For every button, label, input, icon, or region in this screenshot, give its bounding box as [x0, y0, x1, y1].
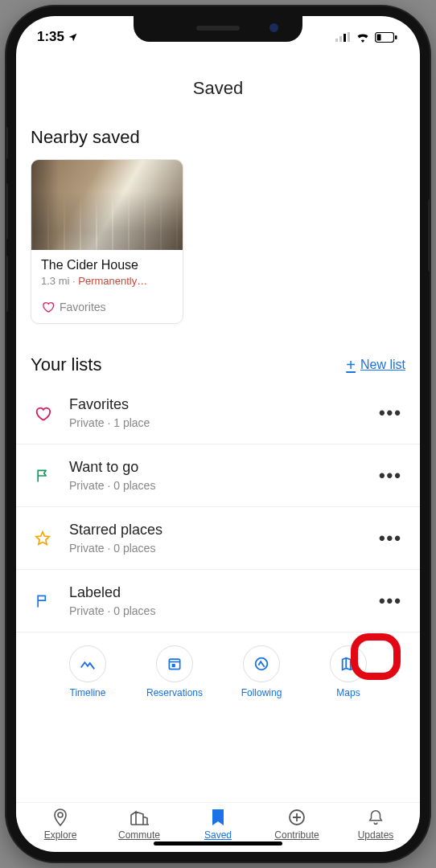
nav-label: Contribute [274, 829, 319, 841]
nav-saved[interactable]: Saved [186, 808, 250, 841]
chip-timeline[interactable]: Timeline [56, 645, 119, 698]
svg-rect-3 [348, 32, 350, 42]
nav-explore[interactable]: Explore [28, 808, 93, 841]
nav-commute[interactable]: Commute [107, 808, 171, 841]
list-name: Want to go [69, 459, 376, 476]
nav-label: Updates [358, 829, 394, 841]
notch [134, 16, 302, 42]
label-flag-icon [31, 592, 55, 610]
location-icon [68, 32, 78, 43]
list-name: Labeled [69, 584, 376, 601]
bookmark-icon [210, 808, 226, 827]
nav-label: Commute [118, 829, 160, 841]
chip-label: Timeline [70, 687, 106, 698]
battery-icon [375, 32, 397, 43]
list-row-want-to-go[interactable]: Want to go Private · 0 places ••• [16, 444, 420, 507]
cellular-icon [335, 32, 351, 42]
more-button[interactable]: ••• [376, 528, 405, 549]
list-row-favorites[interactable]: Favorites Private · 1 place ••• [16, 382, 420, 444]
nearby-card-status: Permanently… [78, 275, 147, 287]
svg-rect-0 [335, 39, 338, 42]
chip-following[interactable]: Following [230, 645, 293, 698]
nearby-card-sub: 1.3 mi · Permanently… [41, 275, 173, 287]
buildings-icon [129, 808, 150, 827]
page-title: Saved [16, 58, 420, 127]
chip-label: Following [241, 687, 282, 698]
heart-icon [31, 404, 55, 422]
star-icon [31, 530, 55, 547]
bell-icon [367, 808, 385, 827]
pin-icon [51, 808, 70, 827]
svg-rect-1 [339, 36, 342, 42]
nav-label: Explore [44, 829, 77, 841]
chip-label: Maps [336, 687, 360, 698]
chip-reservations[interactable]: Reservations [143, 645, 206, 698]
nearby-card-image [31, 160, 183, 250]
more-button[interactable]: ••• [376, 403, 405, 424]
more-button[interactable]: ••• [376, 465, 405, 486]
more-button[interactable]: ••• [376, 591, 405, 612]
flag-icon [31, 467, 55, 485]
svg-rect-5 [395, 35, 397, 39]
list-name: Starred places [69, 522, 376, 538]
list-row-labeled[interactable]: Labeled Private · 0 places ••• [16, 570, 420, 633]
list-meta: Private · 0 places [69, 479, 376, 492]
chip-row: Timeline Reservations Following Maps [16, 633, 420, 702]
new-list-label: New list [360, 358, 405, 372]
nearby-card-list-label: Favorites [60, 301, 106, 313]
plus-circle-icon [287, 808, 306, 827]
list-name: Favorites [69, 396, 376, 413]
list-meta: Private · 0 places [69, 542, 376, 555]
heart-icon [41, 300, 55, 313]
list-row-starred[interactable]: Starred places Private · 0 places ••• [16, 507, 420, 570]
svg-rect-2 [343, 34, 346, 42]
nearby-card-distance: 1.3 mi [41, 275, 69, 287]
yourlists-heading: Your lists [31, 354, 101, 375]
plus-icon: + [346, 356, 356, 375]
new-list-button[interactable]: + New list [346, 356, 405, 375]
nearby-card-title: The Cider House [41, 258, 173, 272]
list-meta: Private · 1 place [69, 416, 376, 429]
home-indicator[interactable] [154, 841, 282, 845]
chip-label: Reservations [146, 687, 203, 698]
chip-maps[interactable]: Maps [317, 645, 380, 698]
nav-contribute[interactable]: Contribute [265, 808, 329, 841]
nav-label: Saved [204, 829, 232, 841]
wifi-icon [356, 32, 370, 43]
svg-rect-6 [377, 34, 381, 40]
nearby-card[interactable]: The Cider House 1.3 mi · Permanently… Fa… [31, 159, 183, 324]
status-time: 1:35 [37, 29, 64, 45]
nav-updates[interactable]: Updates [343, 808, 408, 841]
nearby-card-list: Favorites [41, 300, 173, 313]
nearby-heading: Nearby saved [16, 127, 420, 159]
list-meta: Private · 0 places [69, 604, 376, 617]
svg-rect-8 [172, 664, 175, 667]
